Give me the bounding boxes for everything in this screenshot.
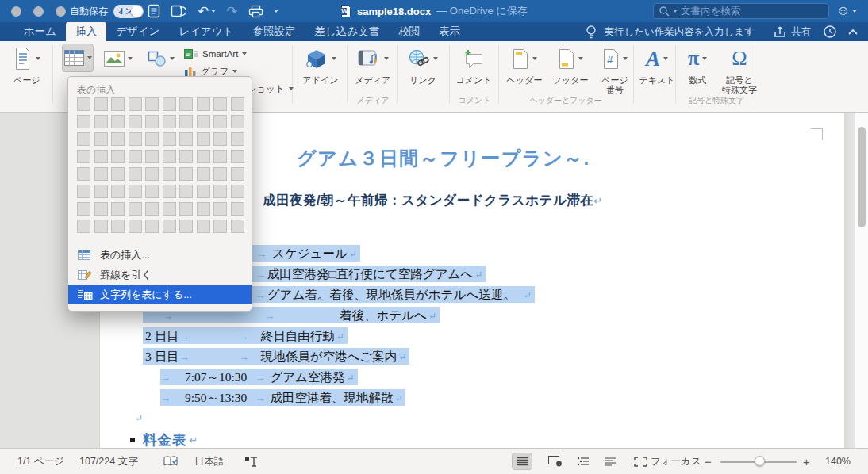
schedule-row[interactable]: 3 日目→→現地係員が空港へご案内↵	[143, 348, 409, 365]
feedback-control[interactable]: ☺	[836, 0, 857, 22]
grid-cell[interactable]	[94, 115, 108, 128]
grid-cell[interactable]	[231, 132, 244, 146]
grid-cell[interactable]	[77, 150, 90, 163]
menu-item-insert-table[interactable]: 表の挿入...	[68, 245, 252, 265]
grid-cell[interactable]	[77, 97, 90, 111]
grid-cell[interactable]	[77, 185, 90, 198]
grid-cell[interactable]	[163, 220, 176, 233]
grid-cell[interactable]	[197, 167, 210, 181]
collapse-ribbon-icon[interactable]	[847, 29, 858, 36]
menu-item-convert-text-to-table[interactable]: 文字列を表にする...	[68, 285, 252, 304]
grid-cell[interactable]	[111, 132, 125, 146]
footer-button[interactable]: フッター	[549, 44, 592, 85]
grid-cell[interactable]	[145, 185, 159, 198]
spellcheck-icon[interactable]	[163, 449, 179, 474]
language-indicator[interactable]: 日本語	[194, 449, 225, 474]
grid-cell[interactable]	[111, 115, 125, 128]
grid-cell[interactable]	[129, 167, 142, 181]
grid-cell[interactable]	[111, 185, 125, 198]
grid-cell[interactable]	[163, 115, 176, 128]
grid-cell[interactable]	[129, 97, 142, 111]
links-button[interactable]: リンク	[400, 44, 446, 85]
toolbar-options-caret[interactable]	[274, 10, 278, 13]
undo-icon[interactable]: ↶	[198, 5, 209, 18]
grid-cell[interactable]	[111, 202, 125, 216]
comment-button[interactable]: コメント	[451, 44, 497, 85]
grid-cell[interactable]	[145, 132, 159, 146]
zoom-window-button[interactable]	[56, 6, 66, 17]
grid-cell[interactable]	[179, 220, 193, 233]
equation-button[interactable]: π 数式	[679, 44, 716, 85]
grid-cell[interactable]	[213, 97, 227, 111]
grid-cell[interactable]	[94, 167, 108, 181]
tab-レイアウト[interactable]: レイアウト	[169, 22, 243, 41]
grid-cell[interactable]	[197, 97, 210, 111]
grid-cell[interactable]	[197, 115, 210, 128]
grid-cell[interactable]	[163, 185, 176, 198]
vertical-scrollbar[interactable]	[855, 113, 868, 448]
grid-cell[interactable]	[213, 220, 227, 233]
close-window-button[interactable]	[11, 6, 21, 17]
search-scope-caret[interactable]	[673, 10, 678, 13]
search-input[interactable]: 文書内を検索	[653, 3, 829, 19]
grid-cell[interactable]	[145, 220, 159, 233]
text-button[interactable]: A テキスト	[638, 44, 676, 85]
redo-icon[interactable]: ↷	[226, 5, 237, 18]
page-count[interactable]: 1/1 ページ	[17, 449, 64, 474]
grid-cell[interactable]	[163, 167, 176, 181]
grid-cell[interactable]	[111, 150, 125, 163]
autosave-toggle[interactable]: オン	[113, 5, 144, 18]
text-direction-icon[interactable]	[244, 449, 259, 474]
grid-cell[interactable]	[197, 202, 210, 216]
grid-cell[interactable]	[94, 202, 108, 216]
grid-cell[interactable]	[129, 220, 142, 233]
grid-cell[interactable]	[94, 220, 108, 233]
grid-cell[interactable]	[179, 150, 193, 163]
tab-デザイン[interactable]: デザイン	[106, 22, 169, 41]
grid-cell[interactable]	[145, 202, 159, 216]
grid-cell[interactable]	[94, 132, 108, 146]
grid-cell[interactable]	[163, 132, 176, 146]
grid-cell[interactable]	[231, 220, 244, 233]
tell-me-hint[interactable]: 実行したい作業内容を入力します	[604, 25, 755, 39]
zoom-out-button[interactable]: −	[705, 449, 712, 474]
grid-cell[interactable]	[145, 150, 159, 163]
tab-挿入[interactable]: 挿入	[66, 22, 106, 41]
pictures-button[interactable]	[98, 44, 138, 74]
grid-cell[interactable]	[231, 185, 244, 198]
pages-button[interactable]: ページ	[5, 44, 49, 85]
addins-button[interactable]: アドイン	[297, 44, 344, 85]
grid-cell[interactable]	[94, 185, 108, 198]
grid-cell[interactable]	[231, 150, 244, 163]
print-icon[interactable]	[248, 5, 263, 18]
grid-cell[interactable]	[179, 202, 193, 216]
zoom-level[interactable]: 140%	[825, 449, 851, 474]
grid-cell[interactable]	[77, 167, 90, 181]
grid-cell[interactable]	[129, 202, 142, 216]
grid-cell[interactable]	[111, 220, 125, 233]
grid-cell[interactable]	[179, 115, 193, 128]
focus-icon[interactable]	[634, 449, 647, 474]
tab-差し込み文書[interactable]: 差し込み文書	[305, 22, 390, 41]
grid-cell[interactable]	[77, 115, 90, 128]
save-sync-icon[interactable]	[171, 4, 187, 18]
outline-view-button[interactable]	[573, 453, 593, 470]
grid-cell[interactable]	[94, 150, 108, 163]
grid-cell[interactable]	[111, 97, 125, 111]
grid-cell[interactable]	[213, 132, 227, 146]
grid-cell[interactable]	[231, 167, 244, 181]
scrollbar-thumb[interactable]	[858, 127, 866, 227]
grid-cell[interactable]	[213, 202, 227, 216]
web-layout-view-button[interactable]	[545, 453, 566, 470]
schedule-row[interactable]: →7:07～10:30→グアム空港発↵	[160, 369, 358, 385]
grid-cell[interactable]	[213, 115, 227, 128]
grid-cell[interactable]	[129, 115, 142, 128]
zoom-in-button[interactable]: +	[803, 449, 810, 474]
smartart-button[interactable]: SmartArt	[184, 46, 247, 62]
focus-button[interactable]: フォーカス	[651, 449, 701, 474]
grid-cell[interactable]	[197, 185, 210, 198]
page-number-button[interactable]: # ページ番号	[595, 44, 635, 94]
grid-cell[interactable]	[213, 167, 227, 181]
document-parts-icon[interactable]	[148, 4, 160, 18]
grid-cell[interactable]	[197, 150, 210, 163]
